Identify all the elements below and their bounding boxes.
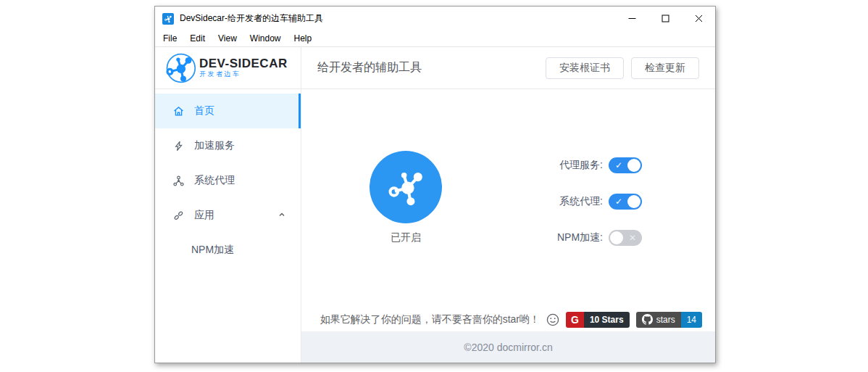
nodes-icon <box>172 175 185 187</box>
github-stars-label: stars <box>656 315 675 325</box>
sidebar: DEV-SIDECAR 开发者边车 首页 <box>155 47 301 363</box>
minimize-icon <box>628 15 636 22</box>
system-proxy-toggle[interactable]: ✓ <box>609 194 642 210</box>
app-icon <box>162 13 174 25</box>
home-icon <box>172 105 185 117</box>
github-stars-badge[interactable]: stars 14 <box>636 312 702 328</box>
sidebar-item-apps[interactable]: 应用 <box>155 198 301 233</box>
link-icon <box>172 210 185 222</box>
menu-edit[interactable]: Edit <box>183 30 212 46</box>
menu-file[interactable]: File <box>157 30 183 46</box>
logo: DEV-SIDECAR 开发者边车 <box>155 47 301 89</box>
github-star-count: 14 <box>681 312 702 328</box>
star-prompt-line: 如果它解决了你的问题，请不要吝啬你的star哟！ G 10 Stars <box>320 311 702 328</box>
bolt-icon <box>172 140 185 152</box>
molecule-icon <box>164 15 172 23</box>
toggle-knob <box>627 159 640 172</box>
sidebar-item-home[interactable]: 首页 <box>155 94 301 128</box>
sidebar-item-label: NPM加速 <box>191 244 234 257</box>
main-header: 给开发者的辅助工具 安装根证书 检查更新 <box>301 47 715 89</box>
molecule-icon <box>385 166 427 208</box>
npm-acceleration-label: NPM加速: <box>510 231 603 244</box>
sidebar-item-label: 加速服务 <box>194 139 235 152</box>
check-icon: ✓ <box>615 194 622 210</box>
window-controls <box>615 7 715 30</box>
sidebar-item-label: 系统代理 <box>194 174 235 187</box>
menu-help[interactable]: Help <box>288 30 319 46</box>
sidebar-item-acceleration[interactable]: 加速服务 <box>155 128 301 163</box>
cross-icon: ✕ <box>629 230 636 246</box>
check-icon: ✓ <box>615 157 622 173</box>
page-title: 给开发者的辅助工具 <box>317 60 422 75</box>
status-label: 已开启 <box>370 231 442 244</box>
maximize-button[interactable] <box>648 7 682 30</box>
sidebar-nav: 首页 加速服务 <box>155 89 301 268</box>
sidebar-item-label: 应用 <box>194 209 214 222</box>
install-root-cert-button[interactable]: 安装根证书 <box>546 57 624 79</box>
menu-window[interactable]: Window <box>243 30 288 46</box>
app-window: DevSidecar-给开发者的边车辅助工具 File Edit View Wi… <box>154 6 716 363</box>
main-panel: 给开发者的辅助工具 安装根证书 检查更新 <box>301 47 715 363</box>
minimize-button[interactable] <box>615 7 648 30</box>
sidebar-item-npm-acceleration[interactable]: NPM加速 <box>155 233 301 268</box>
smiley-icon <box>546 313 559 326</box>
star-prompt-text: 如果它解决了你的问题，请不要吝啬你的star哟！ <box>320 313 540 326</box>
system-proxy-row: 系统代理: ✓ <box>510 194 642 210</box>
gitee-stars-badge[interactable]: G 10 Stars <box>566 312 630 328</box>
gitee-star-count: 10 Stars <box>584 312 630 328</box>
github-icon <box>642 314 653 325</box>
chevron-up-icon <box>277 210 286 221</box>
proxy-service-row: 代理服务: ✓ <box>510 157 642 173</box>
title-bar: DevSidecar-给开发者的边车辅助工具 <box>155 7 715 30</box>
copyright-text: ©2020 docmirror.cn <box>464 342 552 353</box>
window-title: DevSidecar-给开发者的边车辅助工具 <box>180 12 323 25</box>
gitee-icon: G <box>566 312 584 328</box>
sidebar-item-system-proxy[interactable]: 系统代理 <box>155 163 301 198</box>
menu-bar: File Edit View Window Help <box>155 30 715 46</box>
system-proxy-label: 系统代理: <box>510 195 603 208</box>
sidebar-item-label: 首页 <box>194 104 214 117</box>
proxy-service-label: 代理服务: <box>510 159 603 172</box>
home-content: 已开启 代理服务: ✓ 系统代理: ✓ NPM加速: <box>301 89 715 331</box>
menu-view[interactable]: View <box>212 30 243 46</box>
footer: ©2020 docmirror.cn <box>301 331 715 363</box>
proxy-service-toggle[interactable]: ✓ <box>609 157 642 173</box>
status-toggle-circle[interactable] <box>370 151 442 223</box>
toggle-knob <box>610 231 623 244</box>
toggle-knob <box>627 195 640 208</box>
check-update-button[interactable]: 检查更新 <box>631 57 699 79</box>
npm-acceleration-toggle[interactable]: ✕ <box>609 230 642 246</box>
logo-title: DEV-SIDECAR <box>199 57 288 70</box>
npm-acceleration-row: NPM加速: ✕ <box>510 230 642 246</box>
close-icon <box>695 15 703 22</box>
logo-subtitle: 开发者边车 <box>199 70 288 78</box>
maximize-icon <box>662 15 669 22</box>
logo-molecule-icon <box>164 52 196 84</box>
close-button[interactable] <box>682 7 715 30</box>
